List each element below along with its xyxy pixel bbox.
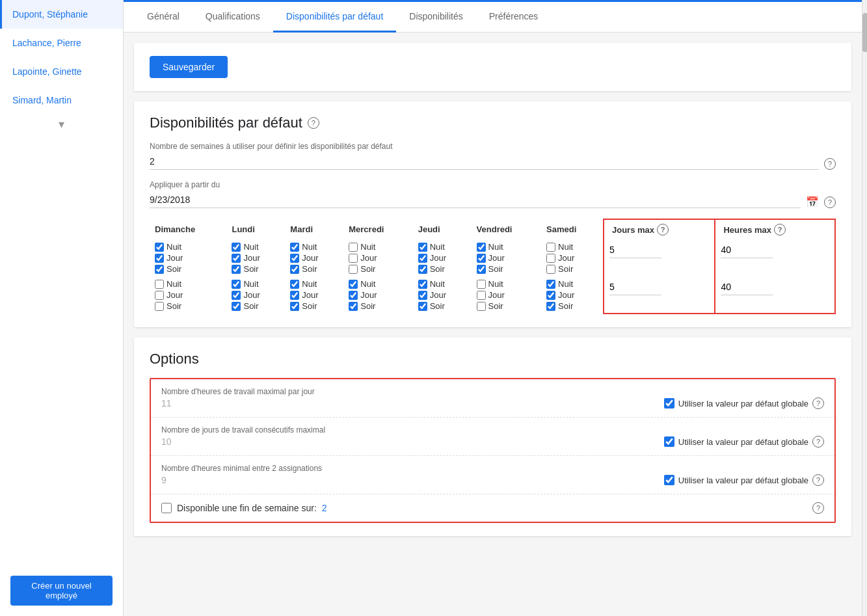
row1-mercredi: Nuit Jour Soir	[343, 239, 412, 276]
r2-mar-jour[interactable]	[290, 291, 299, 300]
row2-lundi: Nuit Jour Soir	[226, 276, 285, 314]
col-header-samedi: Samedi	[541, 219, 604, 239]
weeks-input[interactable]	[150, 154, 819, 170]
r2-dim-jour[interactable]	[155, 291, 164, 300]
r1-mer-nuit[interactable]	[349, 243, 358, 252]
r2-sam-soir[interactable]	[546, 302, 555, 311]
jours-max-help-icon[interactable]: ?	[657, 224, 669, 235]
option-1-checkbox[interactable]	[664, 398, 674, 408]
tab-general[interactable]: Général	[134, 2, 193, 33]
calendar-icon[interactable]: 📅	[806, 196, 819, 208]
r2-lun-jour[interactable]	[232, 291, 241, 300]
r1-lun-jour[interactable]	[232, 254, 241, 263]
r1-jeu-nuit[interactable]	[418, 243, 427, 252]
scrollbar-thumb[interactable]	[862, 13, 867, 52]
r1-lun-nuit[interactable]	[232, 243, 241, 252]
row2-jours-max-input[interactable]	[609, 279, 661, 295]
r1-ven-soir[interactable]	[477, 265, 486, 274]
option-row-1: Nombre d'heures de travail maximal par j…	[151, 379, 834, 418]
r2-mar-nuit[interactable]	[290, 280, 299, 289]
tab-disponibilites[interactable]: Disponibilités	[396, 2, 475, 33]
option-2-help-icon[interactable]: ?	[812, 436, 824, 448]
r1-mer-jour[interactable]	[349, 254, 358, 263]
sidebar-item-lachance[interactable]: Lachance, Pierre	[0, 29, 123, 57]
r2-jeu-soir[interactable]	[418, 302, 427, 311]
r2-jeu-nuit[interactable]	[418, 280, 427, 289]
r1-jeu-jour[interactable]	[418, 254, 427, 263]
option-2-checkbox-label: Utiliser la valeur par défaut globale	[678, 437, 808, 447]
r1-ven-nuit[interactable]	[477, 243, 486, 252]
r1-jeu-soir[interactable]	[418, 265, 427, 274]
row1-mardi: Nuit Jour Soir	[285, 239, 343, 276]
sidebar-scroll-down: ▾	[0, 114, 123, 134]
r2-sam-nuit[interactable]	[546, 280, 555, 289]
r1-dim-jour[interactable]	[155, 254, 164, 263]
sidebar-item-lapointe[interactable]: Lapointe, Ginette	[0, 57, 123, 86]
r1-mar-nuit[interactable]	[290, 243, 299, 252]
r1-mar-soir[interactable]	[290, 265, 299, 274]
col-header-lundi: Lundi	[226, 219, 285, 239]
section-help-icon[interactable]: ?	[308, 117, 319, 129]
scrollbar[interactable]	[862, 0, 867, 616]
tab-disponibilites-defaut[interactable]: Disponibilités par défaut	[273, 2, 396, 33]
row2-mardi: Nuit Jour Soir	[285, 276, 343, 314]
col-header-heures-max: Heures max ?	[715, 219, 835, 239]
r2-mer-nuit[interactable]	[349, 280, 358, 289]
tab-qualifications[interactable]: Qualifications	[193, 2, 273, 33]
row1-jours-max-input[interactable]	[609, 242, 661, 258]
r2-ven-nuit[interactable]	[477, 280, 486, 289]
r2-mer-soir[interactable]	[349, 302, 358, 311]
option-3-help-icon[interactable]: ?	[812, 474, 824, 486]
option-1-checkbox-label: Utiliser la valeur par défaut globale	[678, 399, 808, 408]
r2-mer-jour[interactable]	[349, 291, 358, 300]
apply-from-label: Appliquer à partir du	[150, 180, 836, 189]
sidebar-footer: Créer un nouvel employé	[0, 565, 123, 616]
weekend-help-icon[interactable]: ?	[812, 502, 824, 514]
option-1-body: 11 Utiliser la valeur par défaut globale…	[161, 397, 824, 409]
row1-samedi: Nuit Jour Soir	[541, 239, 604, 276]
r1-sam-nuit[interactable]	[546, 243, 555, 252]
apply-from-input[interactable]	[150, 192, 801, 208]
apply-from-help-icon[interactable]: ?	[824, 196, 836, 208]
r1-dim-nuit[interactable]	[155, 243, 164, 252]
row1-jeudi: Nuit Jour Soir	[413, 239, 472, 276]
r1-sam-jour[interactable]	[546, 254, 555, 263]
r2-ven-soir[interactable]	[477, 302, 486, 311]
r1-lun-soir[interactable]	[232, 265, 241, 274]
r2-jeu-jour[interactable]	[418, 291, 427, 300]
r2-sam-jour[interactable]	[546, 291, 555, 300]
r1-mar-jour[interactable]	[290, 254, 299, 263]
sidebar-item-simard[interactable]: Simard, Martin	[0, 86, 123, 114]
r1-mer-soir[interactable]	[349, 265, 358, 274]
option-2-label: Nombre de jours de travail consécutifs m…	[161, 425, 824, 435]
option-2-checkbox[interactable]	[664, 436, 674, 447]
r1-ven-jour[interactable]	[477, 254, 486, 263]
r1-sam-soir[interactable]	[546, 265, 555, 274]
sidebar-item-dupont[interactable]: Dupont, Stéphanie	[0, 0, 123, 29]
save-button[interactable]: Sauvegarder	[150, 56, 228, 78]
main-content: Général Qualifications Disponibilités pa…	[124, 0, 862, 616]
option-1-help-icon[interactable]: ?	[812, 397, 824, 409]
heures-max-help-icon[interactable]: ?	[774, 224, 786, 235]
tab-bar: Général Qualifications Disponibilités pa…	[124, 2, 862, 33]
r2-mar-soir[interactable]	[290, 302, 299, 311]
option-2-body: 10 Utiliser la valeur par défaut globale…	[161, 436, 824, 448]
r2-ven-jour[interactable]	[477, 291, 486, 300]
create-employee-button[interactable]: Créer un nouvel employé	[10, 576, 113, 606]
option-3-body: 9 Utiliser la valeur par défaut globale …	[161, 474, 824, 486]
row2-jours-max-cell	[604, 276, 715, 314]
weekend-checkbox[interactable]	[161, 503, 172, 513]
option-weekend-row: Disponible une fin de semaine sur: 2 ?	[151, 494, 834, 522]
option-3-checkbox[interactable]	[664, 475, 674, 485]
row2-heures-max-input[interactable]	[721, 279, 773, 295]
weeks-help-icon[interactable]: ?	[824, 158, 836, 170]
row1-heures-max-input[interactable]	[721, 242, 773, 258]
r2-lun-soir[interactable]	[232, 302, 241, 311]
tab-preferences[interactable]: Préférences	[476, 2, 551, 33]
apply-from-field-row: 📅 ?	[150, 192, 836, 208]
r2-dim-nuit[interactable]	[155, 280, 164, 289]
sidebar: Dupont, Stéphanie Lachance, Pierre Lapoi…	[0, 0, 124, 616]
r1-dim-soir[interactable]	[155, 265, 164, 274]
r2-dim-soir[interactable]	[155, 302, 164, 311]
r2-lun-nuit[interactable]	[232, 280, 241, 289]
